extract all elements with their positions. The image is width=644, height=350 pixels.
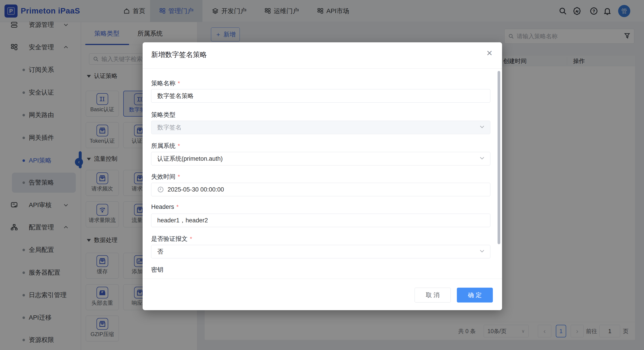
field-label-headers: Headers* xyxy=(151,203,178,210)
field-label-policy-name: 策略名称* xyxy=(151,79,180,87)
confirm-button[interactable]: 确 定 xyxy=(457,288,493,302)
policy-type-select: 数字签名 xyxy=(151,121,490,134)
policy-name-input[interactable] xyxy=(151,89,490,103)
chevron-down-icon xyxy=(479,124,485,131)
modal-scrollbar[interactable] xyxy=(498,71,500,244)
owning-system-select[interactable]: 认证系统(primeton.auth) xyxy=(151,152,490,165)
close-icon[interactable]: ✕ xyxy=(484,48,495,59)
field-label-verify-payload: 是否验证报文* xyxy=(151,235,192,243)
dialog-title: 新增数字签名策略 xyxy=(151,50,207,60)
chevron-down-icon xyxy=(479,155,485,163)
headers-input[interactable] xyxy=(151,214,490,227)
field-label-expire-time: 失效时间* xyxy=(151,173,180,181)
clock-icon xyxy=(157,186,164,193)
cancel-button[interactable]: 取 消 xyxy=(414,288,451,302)
field-label-policy-type: 策略类型 xyxy=(151,111,176,119)
expire-time-input[interactable]: 2025-05-30 00:00:00 xyxy=(151,183,490,196)
field-label-secret-key: 密钥 xyxy=(151,266,163,274)
chevron-down-icon xyxy=(479,248,485,256)
verify-payload-select[interactable]: 否 xyxy=(151,245,490,258)
field-label-owning-system: 所属系统* xyxy=(151,142,180,150)
add-digital-signature-policy-dialog: 新增数字签名策略 ✕ 策略名称* 策略类型 数字签名 所属系统* 认证系统(pr… xyxy=(142,42,502,310)
